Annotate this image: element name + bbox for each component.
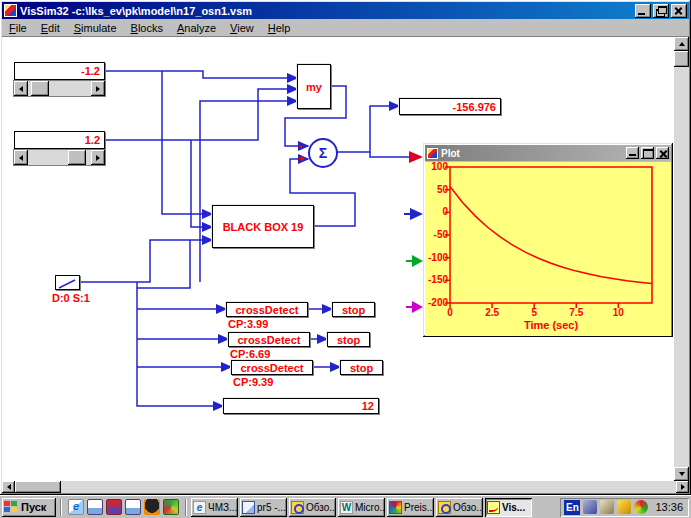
titlebar[interactable]: VisSim32 -c:\lks_ev\pk\model\n17_osn1.vs… xyxy=(2,2,689,19)
quick-launch: e xyxy=(66,499,181,515)
mail2-icon[interactable] xyxy=(125,499,141,515)
task-button-6[interactable]: Обзо... xyxy=(436,498,483,517)
window-controls xyxy=(635,4,687,18)
minimize-icon[interactable] xyxy=(635,4,651,18)
plot-close-icon[interactable] xyxy=(656,147,669,159)
ie-task-icon: e xyxy=(193,501,206,514)
crossdetect-block-2[interactable]: crossDetect xyxy=(228,332,310,347)
diagram-canvas[interactable]: -1.2 1.2 my xyxy=(2,37,674,481)
vertical-scrollbar[interactable] xyxy=(674,37,689,481)
crossdetect1-label: crossDetect xyxy=(236,304,299,316)
y-tick-label: 0 xyxy=(425,206,448,217)
wire-bundle xyxy=(137,240,190,288)
my-block[interactable]: my xyxy=(297,64,331,109)
slider2-thumb[interactable] xyxy=(68,150,86,165)
task-button-2[interactable]: pr5 -... xyxy=(240,498,287,517)
task1-label: ЧМЗ... xyxy=(208,502,237,513)
menu-analyze[interactable]: Analyze xyxy=(170,21,223,35)
slider-block-1[interactable]: -1.2 xyxy=(14,62,105,96)
cp-label-2: CP:6.69 xyxy=(230,348,270,360)
stop-block-3[interactable]: stop xyxy=(340,360,383,375)
plot-curve xyxy=(450,187,652,284)
tray-icon-3[interactable] xyxy=(617,500,631,514)
channels-icon[interactable] xyxy=(106,499,122,515)
scroll-left-icon[interactable] xyxy=(2,481,15,493)
word-icon: W xyxy=(340,501,353,514)
media-icon[interactable] xyxy=(163,499,179,515)
horizontal-scroll-thumb[interactable] xyxy=(15,481,61,493)
task-button-5[interactable]: Preis... xyxy=(387,498,434,517)
scroll-right-icon[interactable] xyxy=(676,481,689,493)
vertical-scroll-thumb[interactable] xyxy=(674,51,689,67)
crossdetect-block-3[interactable]: crossDetect xyxy=(231,360,313,375)
slider1-thumb[interactable] xyxy=(31,81,49,96)
system-tray: En 13:36 xyxy=(560,498,689,517)
plot-minimize-icon[interactable] xyxy=(626,147,639,159)
ramp-block[interactable] xyxy=(55,275,80,290)
task3-label: Обзо... xyxy=(306,502,336,513)
tray-icon-2[interactable] xyxy=(600,500,614,514)
crossdetect3-label: crossDetect xyxy=(241,362,304,374)
tray-icon-1[interactable] xyxy=(583,500,597,514)
crossdetect-block-1[interactable]: crossDetect xyxy=(226,302,308,317)
tray-clock: 13:36 xyxy=(655,501,683,513)
y-tick-label: 100 xyxy=(425,161,448,172)
task-button-4[interactable]: W Micro... xyxy=(338,498,385,517)
menu-file[interactable]: File xyxy=(2,21,34,35)
mail-icon[interactable] xyxy=(87,499,103,515)
vissim-window: VisSim32 -c:\lks_ev\pk\model\n17_osn1.vs… xyxy=(0,0,691,495)
display-top-value: -156.976 xyxy=(453,101,496,113)
scroll-up-icon[interactable] xyxy=(674,37,689,51)
task-button-3[interactable]: Обзо... xyxy=(289,498,336,517)
bird-icon[interactable] xyxy=(144,499,160,515)
menu-help[interactable]: Help xyxy=(261,21,298,35)
menu-blocks[interactable]: Blocks xyxy=(124,21,170,35)
slider-block-2[interactable]: 1.2 xyxy=(14,131,105,165)
restore-icon[interactable] xyxy=(653,4,669,18)
stop3-label: stop xyxy=(350,362,373,374)
tray-icon-4[interactable] xyxy=(634,500,648,514)
windows-flag-icon xyxy=(4,501,18,513)
my-block-label: my xyxy=(306,81,322,93)
slider2-left-arrow-icon[interactable] xyxy=(14,150,28,165)
x-tick-label: 0 xyxy=(436,307,464,318)
x-tick-label: 7.5 xyxy=(562,307,590,318)
wire-ramp-to-my xyxy=(200,101,297,282)
black-box-block[interactable]: BLACK BOX 19 xyxy=(212,205,314,248)
menu-view[interactable]: View xyxy=(223,21,261,35)
start-button[interactable]: Пуск xyxy=(2,498,56,517)
stop-block-1[interactable]: stop xyxy=(332,302,375,317)
menubar: File Edit Simulate Blocks Analyze View H… xyxy=(2,19,689,37)
scroll-down-icon[interactable] xyxy=(674,467,689,481)
y-tick-label: -50 xyxy=(425,229,448,240)
plot-titlebar[interactable]: Plot xyxy=(425,145,671,161)
language-indicator[interactable]: En xyxy=(564,500,580,515)
menu-edit[interactable]: Edit xyxy=(34,21,67,35)
slider1-right-arrow-icon[interactable] xyxy=(91,81,105,96)
plot-input1-arrow-icon xyxy=(409,151,423,163)
close-icon[interactable] xyxy=(671,4,687,18)
start-label: Пуск xyxy=(21,501,46,513)
slider2-scrollbar[interactable] xyxy=(14,150,105,165)
plot-maximize-icon[interactable] xyxy=(641,147,654,159)
explorer-icon-2 xyxy=(438,501,451,514)
menu-simulate[interactable]: Simulate xyxy=(67,21,124,35)
slider2-right-arrow-icon[interactable] xyxy=(91,150,105,165)
slider2-value: 1.2 xyxy=(14,131,105,149)
stop1-label: stop xyxy=(342,304,365,316)
display-block-bottom[interactable]: 12 xyxy=(223,398,379,414)
wire-slider2-to-my xyxy=(105,89,297,140)
notepad-icon xyxy=(242,501,255,514)
display-block-top[interactable]: -156.976 xyxy=(399,98,501,115)
sum-block[interactable]: Σ xyxy=(308,138,338,168)
slider1-left-arrow-icon[interactable] xyxy=(14,81,28,96)
taskbar-divider-2 xyxy=(185,499,187,516)
ie-icon[interactable]: e xyxy=(68,499,84,515)
plot-frame xyxy=(450,167,652,303)
stop-block-2[interactable]: stop xyxy=(327,332,370,347)
slider1-scrollbar[interactable] xyxy=(14,81,105,96)
horizontal-scrollbar[interactable] xyxy=(2,481,689,493)
task-button-1[interactable]: e ЧМЗ... xyxy=(191,498,238,517)
wire-bus-to-display12 xyxy=(137,282,223,406)
task-button-vissim[interactable]: Vis... xyxy=(485,498,532,517)
